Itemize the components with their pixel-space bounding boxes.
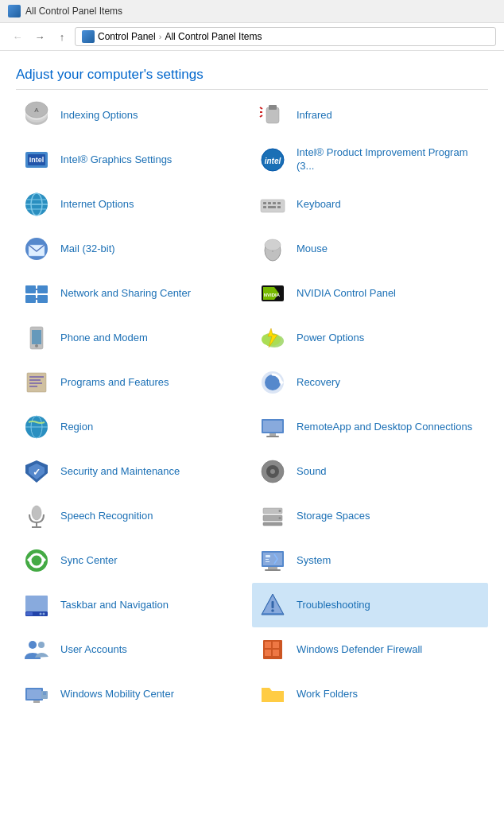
item-internet-options[interactable]: Internet Options xyxy=(16,182,252,227)
item-recovery[interactable]: Recovery xyxy=(252,360,488,405)
user-accounts-label: User Accounts xyxy=(60,643,127,657)
title-bar: All Control Panel Items xyxy=(0,0,504,23)
svg-rect-61 xyxy=(266,436,279,437)
svg-rect-50 xyxy=(29,382,42,384)
item-windows-mobility[interactable]: Windows Mobility Center xyxy=(16,672,252,716)
svg-point-67 xyxy=(270,469,275,474)
windows-mobility-label: Windows Mobility Center xyxy=(60,688,174,701)
svg-rect-51 xyxy=(29,386,37,387)
item-network-sharing[interactable]: Network and Sharing Center xyxy=(16,271,252,316)
svg-rect-21 xyxy=(263,202,266,204)
svg-point-95 xyxy=(29,641,37,649)
windows-firewall-label: Windows Defender Firewall xyxy=(297,643,422,657)
infrared-icon xyxy=(257,99,289,131)
item-system[interactable]: System xyxy=(252,538,488,583)
svg-rect-33 xyxy=(25,285,36,293)
svg-point-44 xyxy=(35,344,38,347)
title-bar-icon xyxy=(8,5,21,17)
item-intel-graphics[interactable]: Intel Intel® Graphics Settings xyxy=(16,138,252,182)
item-sound[interactable]: Sound xyxy=(252,449,488,494)
svg-point-75 xyxy=(279,517,281,519)
breadcrumb-sep1: › xyxy=(159,32,162,41)
network-sharing-label: Network and Sharing Center xyxy=(60,287,191,301)
security-maintenance-label: Security and Maintenance xyxy=(60,465,180,479)
sound-icon xyxy=(257,456,289,487)
svg-text:intel: intel xyxy=(265,157,281,165)
svg-rect-100 xyxy=(265,650,271,656)
item-region[interactable]: Region xyxy=(16,405,252,449)
item-work-folders[interactable]: Work Folders xyxy=(252,672,488,716)
security-maintenance-icon: ✓ xyxy=(21,456,52,487)
svg-rect-99 xyxy=(273,642,279,648)
svg-rect-82 xyxy=(265,569,281,571)
item-nvidia[interactable]: NVIDIA NVIDIA Control Panel xyxy=(252,271,488,316)
svg-rect-93 xyxy=(272,601,274,608)
svg-rect-104 xyxy=(33,701,40,703)
svg-rect-6 xyxy=(269,105,277,110)
item-security-maintenance[interactable]: ✓ Security and Maintenance xyxy=(16,449,252,494)
system-icon xyxy=(257,545,289,576)
svg-rect-98 xyxy=(265,642,271,648)
items-grid: A Indexing Options Infrared Intel Intel®… xyxy=(16,93,488,716)
power-options-icon xyxy=(257,322,289,354)
svg-text:NVIDIA: NVIDIA xyxy=(264,293,281,297)
region-label: Region xyxy=(60,421,93,434)
item-remoteapp[interactable]: RemoteApp and Desktop Connections xyxy=(252,405,488,449)
svg-rect-85 xyxy=(266,561,269,562)
svg-rect-48 xyxy=(29,376,44,378)
work-folders-icon xyxy=(257,678,289,710)
mouse-label: Mouse xyxy=(297,243,328,256)
svg-rect-27 xyxy=(277,206,281,208)
svg-rect-83 xyxy=(266,555,270,557)
address-bar-icon xyxy=(82,30,95,43)
item-mouse[interactable]: Mouse xyxy=(252,227,488,271)
svg-rect-35 xyxy=(25,295,36,303)
item-taskbar[interactable]: Taskbar and Navigation xyxy=(16,583,252,627)
svg-point-74 xyxy=(279,510,281,512)
svg-rect-34 xyxy=(37,285,48,293)
phone-modem-icon xyxy=(21,322,52,354)
internet-options-label: Internet Options xyxy=(60,198,134,212)
back-button[interactable]: ← xyxy=(8,27,27,46)
item-programs-features[interactable]: Programs and Features xyxy=(16,360,252,405)
programs-features-label: Programs and Features xyxy=(60,376,169,390)
item-phone-modem[interactable]: Phone and Modem xyxy=(16,316,252,360)
svg-rect-103 xyxy=(27,689,41,699)
storage-spaces-icon xyxy=(257,500,289,532)
taskbar-icon xyxy=(21,589,52,621)
forward-button[interactable]: → xyxy=(30,27,49,46)
mouse-icon xyxy=(257,233,289,265)
item-mail[interactable]: Mail (32-bit) xyxy=(16,227,252,271)
svg-rect-24 xyxy=(277,202,281,204)
item-storage-spaces[interactable]: Storage Spaces xyxy=(252,494,488,538)
windows-firewall-icon xyxy=(257,634,289,666)
item-troubleshooting[interactable]: Troubleshooting xyxy=(252,583,488,627)
svg-rect-59 xyxy=(263,421,282,432)
svg-line-7 xyxy=(260,107,262,109)
item-infrared[interactable]: Infrared xyxy=(252,93,488,138)
address-bar[interactable]: Control Panel › All Control Panel Items xyxy=(75,27,496,46)
troubleshooting-label: Troubleshooting xyxy=(297,599,370,612)
title-bar-text: All Control Panel Items xyxy=(25,6,122,17)
sound-label: Sound xyxy=(297,465,327,479)
item-power-options[interactable]: Power Options xyxy=(252,316,488,360)
sync-center-label: Sync Center xyxy=(60,554,118,568)
item-speech[interactable]: Speech Recognition xyxy=(16,494,252,538)
svg-text:A: A xyxy=(34,107,39,114)
svg-rect-26 xyxy=(268,206,276,208)
item-user-accounts[interactable]: User Accounts xyxy=(16,627,252,672)
svg-rect-36 xyxy=(37,295,48,303)
svg-rect-81 xyxy=(268,567,277,569)
svg-point-89 xyxy=(43,613,45,615)
user-accounts-icon xyxy=(21,634,52,666)
item-intel-product[interactable]: intel Intel® Product Improvement Program… xyxy=(252,138,488,182)
mail-label: Mail (32-bit) xyxy=(60,243,115,256)
item-sync-center[interactable]: Sync Center xyxy=(16,538,252,583)
up-button[interactable]: ↑ xyxy=(52,27,72,46)
power-options-label: Power Options xyxy=(297,332,364,345)
svg-point-96 xyxy=(38,642,45,648)
item-keyboard[interactable]: Keyboard xyxy=(252,182,488,227)
item-windows-firewall[interactable]: Windows Defender Firewall xyxy=(252,627,488,672)
indexing-options-icon: A xyxy=(21,99,52,131)
item-indexing-options[interactable]: A Indexing Options xyxy=(16,93,252,138)
